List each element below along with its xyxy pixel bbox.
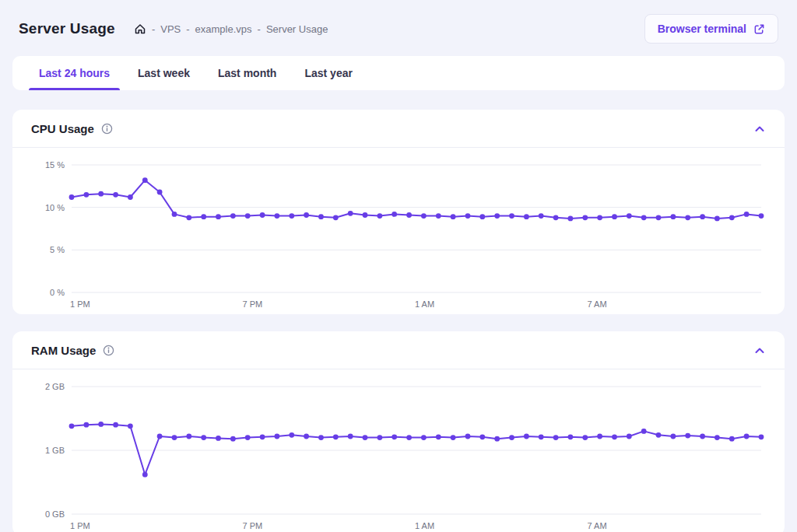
svg-text:15 %: 15 % (45, 160, 65, 170)
cpu-usage-chart: 0 %5 %10 %15 %1 PM7 PM1 AM7 AM (28, 157, 769, 313)
svg-text:0 %: 0 % (50, 288, 65, 297)
tab-last-month-label: Last month (218, 67, 276, 79)
tab-last-week-label: Last week (138, 67, 190, 79)
home-icon (134, 23, 146, 35)
svg-text:7 PM: 7 PM (243, 299, 263, 309)
breadcrumb-item-hostname[interactable]: example.vps (195, 23, 252, 35)
breadcrumb-item-vps[interactable]: VPS (160, 23, 181, 35)
svg-text:1 AM: 1 AM (415, 299, 434, 309)
tab-last-month[interactable]: Last month (204, 56, 290, 90)
ram-usage-card: RAM Usage 0 GB1 GB2 GB1 PM7 PM1 AM7 AM (12, 331, 785, 532)
svg-text:10 %: 10 % (45, 203, 65, 212)
svg-text:1 PM: 1 PM (70, 299, 90, 309)
ram-usage-chart: 0 GB1 GB2 GB1 PM7 PM1 AM7 AM (28, 379, 769, 532)
svg-text:7 PM: 7 PM (243, 521, 263, 530)
breadcrumb-home[interactable] (134, 23, 146, 35)
ram-usage-collapse-button[interactable] (753, 345, 766, 357)
browser-terminal-button[interactable]: Browser terminal (644, 14, 778, 44)
info-icon (103, 345, 114, 356)
ram-usage-card-header: RAM Usage (12, 331, 785, 369)
cpu-usage-collapse-button[interactable] (753, 123, 766, 135)
breadcrumb: - VPS - example.vps - Server Usage (134, 23, 328, 35)
ram-usage-title: RAM Usage (31, 344, 96, 357)
cpu-usage-info-button[interactable] (101, 123, 113, 135)
svg-text:7 AM: 7 AM (588, 299, 607, 309)
tab-last-24-hours[interactable]: Last 24 hours (25, 56, 124, 90)
breadcrumb-separator: - (258, 23, 261, 35)
ram-usage-chart-area: 0 GB1 GB2 GB1 PM7 PM1 AM7 AM (12, 369, 785, 532)
ram-usage-info-button[interactable] (103, 345, 114, 356)
chevron-up-icon (753, 345, 766, 357)
tab-last-year-label: Last year (304, 67, 352, 79)
svg-text:2 GB: 2 GB (45, 382, 65, 391)
breadcrumb-separator: - (152, 23, 155, 35)
cpu-usage-title: CPU Usage (31, 122, 94, 135)
chevron-up-icon (753, 123, 766, 135)
page-title: Server Usage (19, 20, 115, 37)
svg-text:7 AM: 7 AM (588, 521, 607, 530)
cpu-usage-card-header: CPU Usage (12, 110, 785, 148)
tab-last-week[interactable]: Last week (124, 56, 204, 90)
tab-last-year[interactable]: Last year (290, 56, 366, 90)
tab-last-24-hours-label: Last 24 hours (39, 67, 110, 79)
browser-terminal-label: Browser terminal (658, 23, 746, 35)
info-icon (101, 123, 113, 135)
svg-text:1 AM: 1 AM (415, 521, 434, 530)
time-range-tabs: Last 24 hours Last week Last month Last … (12, 56, 785, 90)
svg-text:1 PM: 1 PM (70, 521, 90, 530)
breadcrumb-current: Server Usage (266, 23, 328, 35)
server-usage-page: Server Usage - VPS - example.vps - Serve… (0, 0, 797, 532)
svg-text:1 GB: 1 GB (45, 446, 65, 455)
svg-text:5 %: 5 % (50, 245, 65, 254)
top-bar: Server Usage - VPS - example.vps - Serve… (12, 8, 785, 56)
cpu-usage-chart-area: 0 %5 %10 %15 %1 PM7 PM1 AM7 AM (12, 148, 785, 314)
cpu-usage-card: CPU Usage 0 %5 %10 %15 %1 PM7 PM1 AM7 AM (12, 110, 785, 314)
svg-text:0 GB: 0 GB (45, 509, 65, 519)
external-link-icon (753, 23, 765, 35)
breadcrumb-separator: - (186, 23, 189, 35)
